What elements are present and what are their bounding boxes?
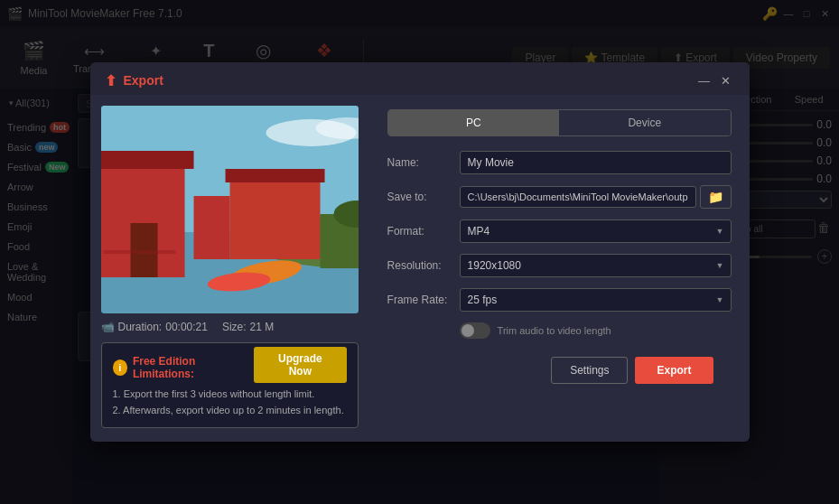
setting-row-trim-audio: Trim audio to video length [387, 322, 732, 339]
preview-meta: 📹 Duration: 00:00:21 Size: 21 M [101, 313, 359, 337]
svg-rect-4 [101, 151, 194, 169]
modal-minimize-button[interactable]: — [695, 71, 713, 89]
modal-footer: Settings Export [387, 350, 732, 398]
trim-audio-wrapper: Trim audio to video length [460, 322, 732, 339]
frame-rate-label: Frame Rate: [387, 294, 460, 306]
format-wrapper: MP4 [460, 219, 732, 243]
video-icon: 📹 [101, 321, 115, 333]
preview-duration: 📹 Duration: 00:00:21 [101, 321, 208, 333]
resolution-wrapper: 1920x1080 [460, 254, 732, 277]
path-row: C:\Users\bj\Documents\MiniTool MovieMake… [460, 185, 732, 209]
modal-settings-panel: PC Device Name: Save to: C:\Users\bj\Doc… [369, 95, 750, 439]
save-to-label: Save to: [387, 191, 460, 203]
svg-rect-12 [193, 196, 229, 259]
settings-button[interactable]: Settings [551, 357, 628, 384]
resolution-label: Resolution: [387, 259, 460, 272]
trim-audio-toggle[interactable] [460, 322, 490, 339]
modal-overlay: ⬆ Export — ✕ [0, 0, 839, 504]
frame-rate-select[interactable]: 25 fps [460, 288, 732, 312]
svg-rect-18 [103, 250, 175, 254]
limitations-box: i Free Edition Limitations: Upgrade Now … [101, 342, 359, 428]
preview-image [101, 106, 359, 313]
platform-tab-pc[interactable]: PC [388, 110, 559, 135]
size-value: 21 M [250, 321, 275, 333]
modal-title: ⬆ Export [105, 72, 163, 89]
setting-row-name: Name: [387, 151, 732, 174]
modal-controls: — ✕ [695, 71, 735, 89]
format-label: Format: [387, 225, 460, 238]
preview-scene [101, 106, 359, 313]
setting-row-save-to: Save to: C:\Users\bj\Documents\MiniTool … [387, 185, 732, 209]
format-select[interactable]: MP4 [460, 219, 732, 243]
size-label: Size: [222, 321, 247, 333]
name-field-wrapper [460, 151, 732, 174]
modal-title-bar: ⬆ Export — ✕ [90, 62, 750, 95]
name-label: Name: [387, 156, 460, 169]
modal-body: 📹 Duration: 00:00:21 Size: 21 M i Free E… [90, 95, 750, 439]
platform-tab-device[interactable]: Device [559, 110, 730, 135]
limitations-header: i Free Edition Limitations: Upgrade Now [113, 352, 347, 383]
modal-close-button[interactable]: ✕ [717, 71, 735, 89]
setting-row-resolution: Resolution: 1920x1080 [387, 254, 732, 277]
trim-toggle-row: Trim audio to video length [460, 322, 732, 339]
browse-folder-button[interactable]: 📁 [700, 185, 732, 209]
export-button[interactable]: Export [635, 357, 713, 384]
duration-label: Duration: [118, 321, 163, 333]
svg-rect-10 [229, 178, 320, 259]
info-icon: i [113, 359, 127, 376]
limitations-content: 1. Export the first 3 videos without len… [113, 387, 347, 418]
svg-rect-11 [225, 169, 324, 182]
export-modal: ⬆ Export — ✕ [90, 62, 750, 442]
save-to-wrapper: C:\Users\bj\Documents\MiniTool MovieMake… [460, 185, 732, 209]
setting-row-frame-rate: Frame Rate: 25 fps [387, 288, 732, 312]
duration-value: 00:00:21 [165, 321, 208, 333]
preview-size: Size: 21 M [222, 321, 274, 333]
name-input[interactable] [460, 151, 732, 174]
save-path-display: C:\Users\bj\Documents\MiniTool MovieMake… [460, 186, 696, 208]
export-modal-icon: ⬆ [105, 72, 117, 89]
frame-rate-wrapper: 25 fps [460, 288, 732, 312]
trim-audio-label: Trim audio to video length [498, 325, 611, 336]
modal-preview-panel: 📹 Duration: 00:00:21 Size: 21 M i Free E… [90, 95, 369, 439]
resolution-select[interactable]: 1920x1080 [460, 254, 732, 277]
toggle-knob [461, 324, 474, 337]
platform-tabs: PC Device [387, 109, 732, 136]
upgrade-now-button[interactable]: Upgrade Now [254, 347, 346, 383]
setting-row-format: Format: MP4 [387, 219, 732, 243]
